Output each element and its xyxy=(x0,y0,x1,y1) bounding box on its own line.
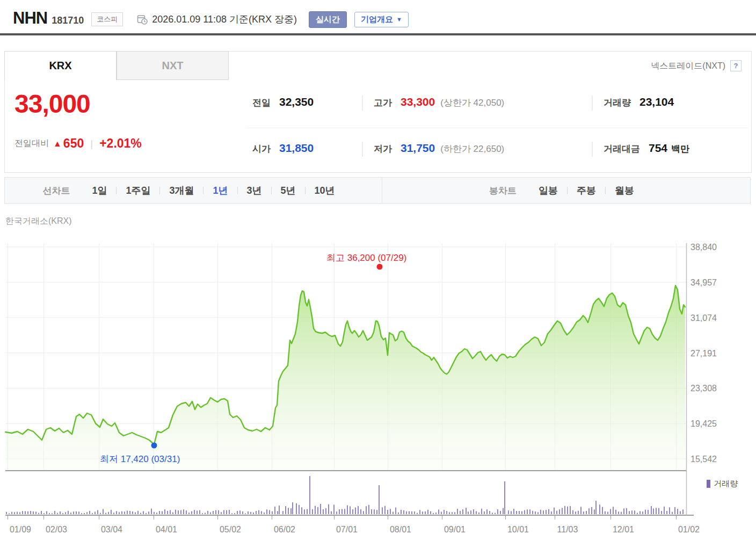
range-1d[interactable]: 1일 xyxy=(83,184,116,197)
volume-bar xyxy=(261,511,262,514)
volume-bar xyxy=(17,511,18,514)
volume-bar xyxy=(438,509,439,514)
volume-bar xyxy=(543,510,544,514)
volume-bar xyxy=(103,509,104,514)
volume-bar xyxy=(382,507,383,514)
volume-bar xyxy=(331,511,332,514)
tab-krx[interactable]: KRX xyxy=(4,51,117,80)
volume-bar xyxy=(661,511,662,514)
volume-bar xyxy=(605,511,606,514)
stock-name: NHN xyxy=(13,9,47,28)
volume-bar xyxy=(328,504,329,514)
company-overview-button[interactable]: 기업개요 ▼ xyxy=(354,12,409,27)
volume-swatch-icon xyxy=(707,480,710,488)
volume-bar xyxy=(124,511,125,514)
candle-weekly[interactable]: 주봉 xyxy=(568,184,605,197)
y-tick-label: 27,191 xyxy=(690,349,717,358)
open-label: 시가 xyxy=(252,143,271,155)
volume-spike-bar xyxy=(292,502,293,514)
volume-bar xyxy=(527,509,528,514)
volume-bar xyxy=(564,506,565,514)
volume-bar xyxy=(132,511,133,514)
volume-bar xyxy=(288,508,289,514)
volume-bar xyxy=(341,509,343,514)
volume-bar xyxy=(352,509,353,514)
range-5y[interactable]: 5년 xyxy=(272,184,305,197)
volume-bar xyxy=(623,508,624,514)
volume-bar xyxy=(374,509,375,514)
volume-bar xyxy=(645,510,646,514)
x-tick-label: 08/01 xyxy=(390,525,411,534)
volume-bar xyxy=(54,511,55,514)
y-tick-label: 23,308 xyxy=(690,384,717,393)
volume-bar xyxy=(239,510,241,514)
volume-spike-bar xyxy=(279,506,280,514)
volume-bar xyxy=(390,509,391,514)
volume-bar xyxy=(30,511,31,514)
volume-bar xyxy=(414,511,415,514)
range-3m[interactable]: 3개월 xyxy=(160,184,203,197)
clock-icon xyxy=(137,14,148,25)
volume-bar xyxy=(658,508,659,514)
volume-bar xyxy=(618,511,619,514)
volume-bar xyxy=(575,511,576,514)
volume-bar xyxy=(444,510,445,514)
volume-bar xyxy=(599,504,600,514)
line-chart-label: 선차트 xyxy=(42,185,70,197)
volume-bar xyxy=(680,511,681,514)
volume-bar xyxy=(231,513,232,514)
volume-bar xyxy=(454,512,455,514)
high-dot xyxy=(377,264,383,270)
volume-value: 23,104 xyxy=(639,96,674,108)
volume-spike-bar xyxy=(309,476,310,514)
current-price: 33,000 xyxy=(14,89,90,119)
candle-monthly[interactable]: 월봉 xyxy=(606,184,643,197)
volume-bar xyxy=(666,511,667,514)
range-10y[interactable]: 10년 xyxy=(306,184,344,197)
volume-bar xyxy=(554,508,555,514)
volume-bar xyxy=(113,513,114,514)
x-tick-label: 06/02 xyxy=(274,525,295,534)
volume-bar xyxy=(323,509,324,514)
x-tick-label: 07/01 xyxy=(336,525,358,534)
volume-bar xyxy=(578,511,579,514)
volume-bar xyxy=(481,509,482,514)
volume-bar xyxy=(140,513,141,514)
volume-spike-bar xyxy=(320,504,321,514)
prev-close-label: 전일 xyxy=(252,97,271,109)
volume-bar xyxy=(591,507,592,514)
volume-bar xyxy=(613,507,614,514)
volume-bar xyxy=(312,509,313,514)
volume-bar xyxy=(401,510,402,514)
volume-bar xyxy=(460,511,461,514)
volume-bar xyxy=(146,513,147,514)
volume-bar xyxy=(68,511,69,514)
realtime-button[interactable]: 실시간 xyxy=(309,11,347,28)
volume-bar xyxy=(634,510,635,514)
volume-bar xyxy=(242,511,243,514)
volume-bar xyxy=(41,511,42,514)
volume-bar xyxy=(151,509,152,514)
volume-bar xyxy=(411,511,412,514)
volume-bar xyxy=(648,510,649,514)
volume-bar xyxy=(11,512,12,514)
quote-datetime: 2026.01.09 11:08 기준(KRX 장중) xyxy=(152,13,297,26)
volume-bar xyxy=(495,513,496,514)
volume-bar xyxy=(672,512,673,514)
range-1y[interactable]: 1년 xyxy=(203,184,237,197)
volume-bar xyxy=(19,512,20,514)
volume-bar xyxy=(435,513,437,514)
volume-bar xyxy=(535,511,536,514)
volume-bar xyxy=(570,506,571,514)
volume-bar xyxy=(282,511,284,514)
volume-bar xyxy=(468,511,469,514)
volume-bar xyxy=(556,511,557,514)
range-1w[interactable]: 1주일 xyxy=(117,184,159,197)
range-3y[interactable]: 3년 xyxy=(238,184,271,197)
candle-daily[interactable]: 일봉 xyxy=(529,184,567,197)
volume-bar xyxy=(301,507,302,514)
tab-nxt[interactable]: NXT xyxy=(117,51,229,80)
x-tick-label: 09/01 xyxy=(444,525,466,534)
volume-bar xyxy=(417,513,418,514)
volume-bar xyxy=(86,512,88,514)
